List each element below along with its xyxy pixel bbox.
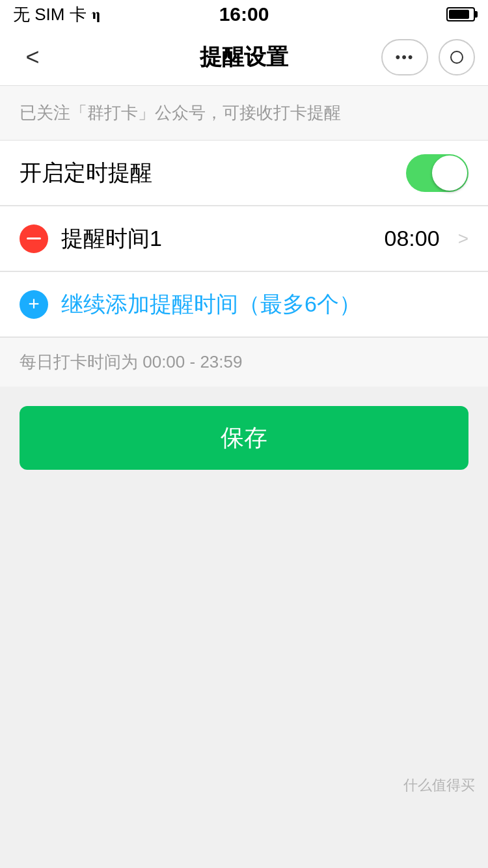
plus-icon-container: + [20,290,48,319]
record-icon [450,51,463,64]
add-reminder-section: + 继续添加提醒时间（最多6个） [0,272,488,337]
page-title: 提醒设置 [200,42,288,72]
reminder-time: 08:00 [385,226,440,251]
chevron-right-icon: > [458,228,468,249]
carrier-text: 无 SIM 卡 [13,3,87,26]
reminder-row[interactable]: 提醒时间1 08:00 > [0,206,488,271]
minus-icon [27,237,41,239]
reminder-label: 提醒时间1 [61,224,372,254]
info-banner-text: 已关注「群打卡」公众号，可接收打卡提醒 [20,103,341,122]
add-reminder-button[interactable]: + 继续添加提醒时间（最多6个） [0,272,488,337]
toggle-row: 开启定时提醒 [0,141,488,206]
time-info-text: 每日打卡时间为 00:00 - 23:59 [20,352,242,372]
toggle-switch[interactable] [406,154,468,192]
reminders-section: 提醒时间1 08:00 > [0,206,488,271]
wifi-icon: 𝛈 [92,6,100,23]
save-section: 保存 [0,387,488,489]
back-arrow-icon: < [25,46,39,69]
watermark-text: 什么值得买 [403,776,475,795]
add-reminder-label: 继续添加提醒时间（最多6个） [61,290,361,319]
save-button-label: 保存 [221,422,267,454]
nav-actions: ••• [381,39,475,75]
bottom-area: 什么值得买 [0,489,488,815]
info-banner: 已关注「群打卡」公众号，可接收打卡提醒 [0,86,488,141]
more-button[interactable]: ••• [381,39,428,75]
nav-bar: < 提醒设置 ••• [0,29,488,86]
status-left: 无 SIM 卡 𝛈 [13,3,100,26]
record-button[interactable] [439,39,475,75]
status-right [446,7,475,21]
battery-icon [446,7,475,21]
plus-icon: + [28,294,40,314]
toggle-label: 开启定时提醒 [20,158,152,188]
remove-reminder-button[interactable] [20,224,48,253]
save-button[interactable]: 保存 [20,406,468,470]
watermark: 什么值得买 [403,776,475,795]
status-time: 16:00 [219,3,269,25]
time-info-banner: 每日打卡时间为 00:00 - 23:59 [0,337,488,387]
more-icon: ••• [395,49,414,66]
battery-fill [449,10,469,19]
toggle-thumb [432,156,467,191]
status-bar: 无 SIM 卡 𝛈 16:00 [0,0,488,29]
back-button[interactable]: < [13,38,52,77]
toggle-section: 开启定时提醒 [0,141,488,206]
